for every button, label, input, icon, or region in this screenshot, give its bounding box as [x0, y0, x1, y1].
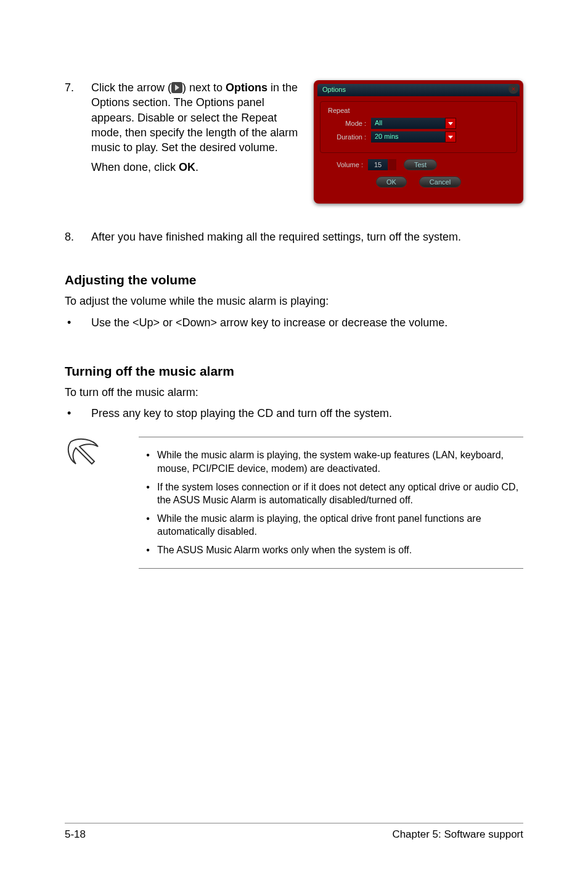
mode-label: Mode :	[328, 120, 371, 127]
step-8-text: After you have finished making all the r…	[91, 229, 523, 244]
arrow-icon	[171, 82, 182, 93]
chevron-down-icon[interactable]	[445, 118, 456, 129]
step-7-number: 7.	[65, 80, 91, 175]
turning-off-heading: Turning off the music alarm	[65, 364, 523, 379]
note-text: If the system loses connection or if it …	[157, 481, 523, 507]
options-panel: Options × Repeat Mode : All Duration : 2…	[314, 80, 523, 204]
volume-value[interactable]: 15	[368, 159, 388, 170]
panel-title: Options	[317, 84, 520, 96]
step-8-number: 8.	[65, 229, 91, 244]
note-text: While the music alarm is playing, the op…	[157, 512, 523, 538]
step-7-text: Click the arrow () next to Options in th…	[91, 80, 308, 175]
volume-label: Volume :	[320, 161, 368, 168]
bullet-dot: •	[139, 543, 157, 557]
repeat-label: Repeat	[328, 107, 509, 114]
volume-stepper[interactable]	[388, 159, 396, 170]
cancel-button[interactable]: Cancel	[419, 176, 461, 188]
bullet-dot: •	[65, 406, 91, 421]
bullet-dot: •	[139, 448, 157, 475]
page-number: 5-18	[65, 828, 86, 841]
mode-select[interactable]: All	[371, 118, 445, 129]
note-text: The ASUS Music Alarm works only when the…	[157, 543, 412, 557]
adjusting-intro: To adjust the volume while the music ala…	[65, 294, 523, 308]
turning-off-intro: To turn off the music alarm:	[65, 385, 523, 400]
test-button[interactable]: Test	[404, 159, 437, 170]
duration-label: Duration :	[328, 133, 371, 141]
close-icon[interactable]: ×	[508, 84, 518, 94]
bullet-dot: •	[139, 481, 157, 507]
bullet-dot: •	[65, 315, 91, 330]
note-icon	[67, 438, 102, 466]
bullet-dot: •	[139, 512, 157, 538]
note-text: While the music alarm is playing, the sy…	[157, 448, 523, 475]
duration-select[interactable]: 20 mins	[371, 131, 445, 142]
adjusting-bullet: Use the <Up> or <Down> arrow key to incr…	[91, 315, 447, 330]
chapter-title: Chapter 5: Software support	[392, 828, 523, 841]
chevron-down-icon[interactable]	[445, 131, 456, 142]
ok-button[interactable]: OK	[376, 176, 407, 188]
adjusting-heading: Adjusting the volume	[65, 273, 523, 287]
turning-off-bullet: Press any key to stop playing the CD and…	[91, 406, 392, 421]
